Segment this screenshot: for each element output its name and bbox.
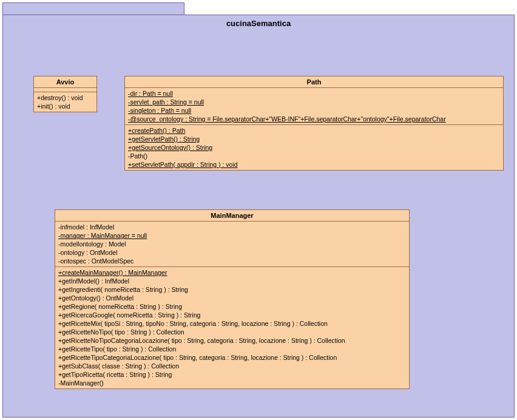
operation: +getInfModel() : InfModel [58,277,406,285]
operation: +getRicetteNoTipoCategoriaLocazione( tip… [58,336,406,345]
class-path: Path -dir : Path = null -servlet_path : … [124,76,504,171]
attributes-compartment: -dir : Path = null -servlet_path : Strin… [125,88,503,125]
attribute: -modellontology : Model [58,240,406,248]
operation: +createMainManager() : MainManager [58,268,406,277]
operation: +getRegione( nomeRicetta : String ) : St… [58,302,406,311]
operation: +init() : void [37,102,93,110]
attribute: -dir : Path = null [128,89,500,98]
operation: +getRicetteTipo( tipo : String ) : Colle… [58,345,406,353]
attribute: -servlet_path : String = null [128,98,500,106]
attributes-compartment [34,88,96,92]
attribute: -ontology : OntModel [58,248,406,257]
operation: -Path() [128,152,500,160]
operation: +getServletPath() : String [128,135,500,143]
operations-compartment: +destroy() : void +init() : void [34,92,96,112]
attributes-compartment: -infmodel : InfModel -manager : MainMana… [55,222,409,267]
class-title: Path [125,76,503,88]
operation: +getTipoRicetta( ricetta : String ) : St… [58,370,406,379]
package-title: cucinaSemantica [3,19,514,28]
package-body: cucinaSemantica Avvio +destroy() : void … [2,15,515,418]
operation: +getRicercaGoogle( nomeRicetta : String … [58,311,406,319]
attribute: -@source_ontology : String = File.separa… [128,115,500,123]
uml-package: cucinaSemantica Avvio +destroy() : void … [2,2,515,418]
operation: +createPath() : Path [128,126,500,135]
operation: +getOntology() : OntModel [58,294,406,302]
class-title: Avvio [34,76,96,88]
operations-compartment: +createPath() : Path +getServletPath() :… [125,125,503,170]
class-title: MainManager [55,210,409,222]
operation: -MainManager() [58,379,406,387]
operation: +setServletPath( appdir : String ) : voi… [128,160,500,169]
operations-compartment: +createMainManager() : MainManager +getI… [55,267,409,388]
attribute: -ontospec : OntModelSpec [58,257,406,265]
operation: +getSubClass( classe : String ) : Collec… [58,362,406,370]
attribute: -singleton : Path = null [128,106,500,115]
operation: +getIngredienti( nomeRicetta : String ) … [58,285,406,294]
attribute: -infmodel : InfModel [58,223,406,231]
operation: +getSourceOntology() : String [128,143,500,152]
operation: +getRicetteTipoCategoriaLocazione( tipo … [58,353,406,362]
attribute: -manager : MainManager = null [58,231,406,240]
class-avvio: Avvio +destroy() : void +init() : void [33,76,97,112]
operation: +destroy() : void [37,93,93,102]
class-mainmanager: MainManager -infmodel : InfModel -manage… [55,209,410,389]
package-tab [2,2,184,15]
operation: +getRicetteMix( tipoSi : String, tipoNo … [58,319,406,328]
operation: +getRicetteNoTipo( tipo : String ) : Col… [58,328,406,336]
